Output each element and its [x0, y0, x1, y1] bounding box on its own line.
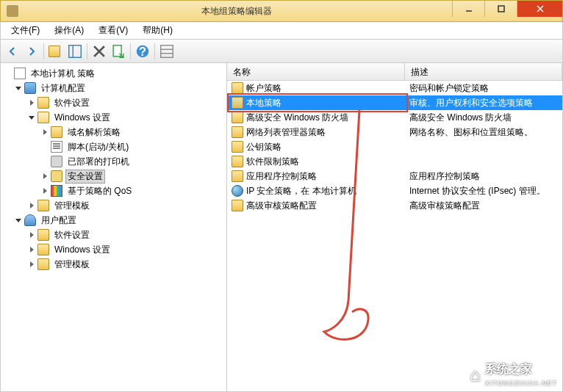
- tree-admin-templates-2[interactable]: 管理模板: [2, 257, 225, 272]
- column-header-name[interactable]: 名称: [227, 63, 405, 80]
- list-row-selected[interactable]: 本地策略 审核、用户权利和安全选项策略: [227, 95, 562, 110]
- script-icon: [51, 141, 62, 153]
- tree-root[interactable]: 本地计算机 策略: [2, 66, 225, 81]
- row-desc: 密码和帐户锁定策略: [405, 82, 562, 95]
- row-name: 高级审核策略配置: [246, 200, 317, 212]
- list-row[interactable]: 高级安全 Windows 防火墙 高级安全 Windows 防火墙: [227, 110, 562, 125]
- app-icon: [7, 5, 18, 17]
- svg-text:?: ?: [139, 44, 146, 57]
- row-desc: Internet 协议安全性 (IPsec) 管理。: [405, 185, 562, 197]
- tree-label: 本地计算机 策略: [29, 67, 97, 81]
- list-row[interactable]: IP 安全策略，在 本地计算机 Internet 协议安全性 (IPsec) 管…: [227, 184, 562, 198]
- list-row[interactable]: 高级审核策略配置 高级审核策略配置: [227, 198, 562, 213]
- tree-software-settings-2[interactable]: 软件设置: [2, 228, 225, 242]
- folder-icon: [37, 258, 49, 270]
- list-pane: 名称 描述 帐户策略 密码和帐户锁定策略 本地策略 审核、用户权利和安全选项策略…: [227, 63, 562, 391]
- menu-view[interactable]: 查看(V): [91, 23, 135, 38]
- tree-label: 管理模板: [52, 199, 92, 213]
- tree-deployed-printers[interactable]: 已部署的打印机: [2, 154, 225, 169]
- menu-file[interactable]: 文件(F): [4, 23, 47, 38]
- row-name: 本地策略: [246, 97, 282, 109]
- qos-icon: [51, 185, 62, 197]
- up-level-button[interactable]: [47, 43, 65, 60]
- tool-bar: ?: [0, 40, 563, 63]
- help-button[interactable]: ?: [134, 43, 151, 60]
- list-row[interactable]: 网络列表管理器策略 网络名称、图标和位置组策略。: [227, 125, 562, 139]
- back-button[interactable]: [4, 43, 21, 60]
- content-area: 本地计算机 策略 计算机配置 软件设置 Windows 设置 域名解析策略 脚本…: [0, 63, 563, 392]
- computer-icon: [24, 82, 36, 94]
- tree-label: 计算机配置: [39, 81, 87, 95]
- close-button[interactable]: [517, 1, 562, 17]
- folder-icon: [232, 170, 243, 182]
- list-row[interactable]: 公钥策略: [227, 139, 562, 154]
- lock-icon: [51, 170, 62, 182]
- export-list-button[interactable]: [110, 43, 127, 60]
- folder-icon: [232, 200, 243, 211]
- expand-icon[interactable]: [27, 260, 36, 269]
- tree-label: 软件设置: [52, 96, 92, 110]
- expand-icon[interactable]: [27, 231, 36, 239]
- tree-windows-settings[interactable]: Windows 设置: [2, 110, 225, 125]
- tree-windows-settings-2[interactable]: Windows 设置: [2, 242, 225, 257]
- tree-qos[interactable]: 基于策略的 QoS: [2, 184, 225, 198]
- tree-label: 脚本(启动/关机): [65, 140, 131, 154]
- column-header-desc[interactable]: 描述: [405, 63, 562, 80]
- tree-label: 软件设置: [52, 228, 92, 242]
- menu-action[interactable]: 操作(A): [47, 23, 91, 38]
- menu-help[interactable]: 帮助(H): [135, 23, 180, 38]
- collapse-icon[interactable]: [14, 216, 23, 225]
- delete-button[interactable]: [90, 43, 108, 60]
- expand-icon[interactable]: [40, 128, 49, 137]
- expand-icon[interactable]: [27, 201, 36, 210]
- row-name: IP 安全策略，在 本地计算机: [246, 185, 356, 197]
- maximize-button[interactable]: [484, 1, 517, 17]
- tree-label: 基于策略的 QoS: [65, 184, 134, 198]
- tree-label: Windows 设置: [52, 243, 112, 257]
- menu-bar: 文件(F) 操作(A) 查看(V) 帮助(H): [0, 22, 563, 40]
- toolbar-separator: [43, 43, 44, 59]
- tree-scripts[interactable]: 脚本(启动/关机): [2, 139, 225, 154]
- refresh-button[interactable]: [158, 43, 176, 60]
- tree-label: 用户配置: [39, 214, 79, 228]
- row-desc: 应用程序控制策略: [405, 170, 562, 183]
- tree-admin-templates[interactable]: 管理模板: [2, 198, 225, 213]
- expand-icon[interactable]: [40, 186, 49, 195]
- toolbar-separator: [87, 43, 87, 59]
- show-hide-tree-button[interactable]: [66, 43, 84, 60]
- user-icon: [24, 214, 36, 226]
- folder-icon: [232, 126, 243, 138]
- list-row[interactable]: 应用程序控制策略 应用程序控制策略: [227, 169, 562, 184]
- toolbar-separator: [130, 43, 131, 59]
- toolbar-separator: [154, 43, 155, 59]
- tree-dns-policy[interactable]: 域名解析策略: [2, 125, 225, 139]
- tree-label: 域名解析策略: [65, 126, 123, 139]
- forward-button[interactable]: [23, 43, 40, 60]
- tree-pane[interactable]: 本地计算机 策略 计算机配置 软件设置 Windows 设置 域名解析策略 脚本…: [1, 63, 227, 391]
- folder-icon: [49, 46, 60, 57]
- folder-icon: [232, 141, 243, 153]
- tree-label: 已部署的打印机: [65, 155, 132, 169]
- tree-user-config[interactable]: 用户配置: [2, 213, 225, 228]
- list-row[interactable]: 软件限制策略: [227, 154, 562, 169]
- row-name: 高级安全 Windows 防火墙: [246, 112, 348, 124]
- tree-computer-config[interactable]: 计算机配置: [2, 81, 225, 95]
- collapse-icon[interactable]: [27, 113, 36, 122]
- row-name: 公钥策略: [246, 141, 282, 153]
- minimize-button[interactable]: [452, 1, 484, 17]
- list-row[interactable]: 帐户策略 密码和帐户锁定策略: [227, 81, 562, 95]
- svg-rect-11: [161, 45, 173, 57]
- row-name: 软件限制策略: [246, 156, 299, 168]
- expand-icon[interactable]: [27, 245, 36, 254]
- folder-icon: [232, 112, 243, 123]
- expand-icon[interactable]: [40, 172, 49, 181]
- expand-icon[interactable]: [27, 98, 36, 107]
- tree-security-settings[interactable]: 安全设置: [2, 169, 225, 184]
- list-body[interactable]: 帐户策略 密码和帐户锁定策略 本地策略 审核、用户权利和安全选项策略 高级安全 …: [227, 81, 562, 391]
- window-title: 本地组策略编辑器: [21, 5, 452, 18]
- collapse-icon[interactable]: [14, 84, 23, 92]
- printer-icon: [51, 156, 62, 167]
- tree-label: Windows 设置: [52, 111, 112, 125]
- window-buttons: [452, 1, 562, 21]
- tree-software-settings[interactable]: 软件设置: [2, 95, 225, 110]
